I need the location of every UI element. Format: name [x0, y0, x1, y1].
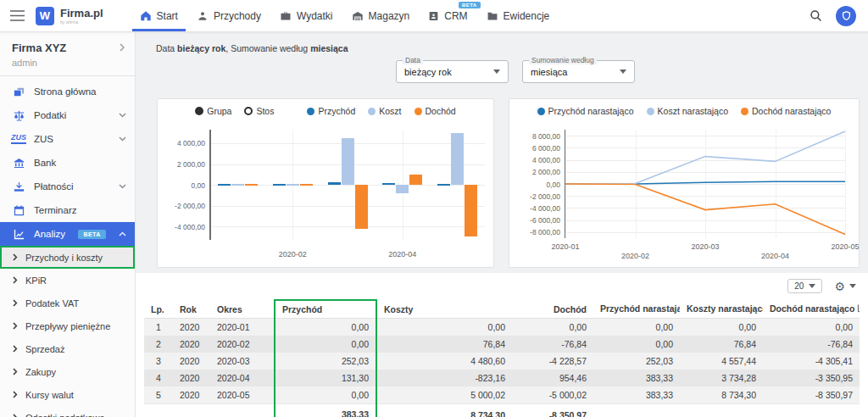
app-logo[interactable]: W Firma.pl by wfirma: [34, 0, 112, 31]
nav-item-crm[interactable]: CRM BETA: [419, 0, 476, 31]
table-settings-button[interactable]: ⚙: [834, 280, 856, 293]
table-controls: 20 ⚙: [787, 279, 856, 293]
table-row[interactable]: 520202020-050,005 000,02-5 000,02383,338…: [144, 386, 860, 404]
sidebar-item-zakupy[interactable]: Zakupy: [0, 360, 135, 383]
sidebar-item-przychody-i-koszty[interactable]: Przychody i koszty: [0, 246, 135, 269]
bar-koszt-2020-05[interactable]: [451, 133, 464, 185]
chevron-down-icon: [809, 284, 815, 288]
sidebar-item-bank[interactable]: Bank: [0, 151, 135, 175]
bar-koszt-2020-01[interactable]: [231, 184, 244, 186]
cell-okres: 2020-05: [210, 386, 275, 404]
sidebar-item-sprzeda[interactable]: Sprzedaż: [0, 337, 135, 360]
column-header-koszty-narastaj-co[interactable]: Koszty narastająco: [680, 300, 763, 319]
zus-logo-icon: ZUS: [11, 134, 26, 144]
sidebar-item-kursy-walut[interactable]: Kursy walut: [0, 383, 135, 406]
cell-lp: 2: [144, 336, 173, 353]
bar-doch-d-2020-04[interactable]: [409, 175, 422, 185]
page-size-select[interactable]: 20: [787, 279, 822, 293]
table-header-row: Lp.RokOkresPrzychódKosztyDochódPrzychód …: [144, 300, 860, 319]
cell-rok: 2020: [173, 386, 210, 404]
bar-doch-d-2020-03[interactable]: [355, 185, 368, 229]
cell-koszty: 4 480,60: [376, 353, 512, 370]
sidebar-item-terminarz[interactable]: Terminarz: [0, 198, 135, 222]
nav-item-magazyn[interactable]: Magazyn: [342, 0, 420, 31]
bar-przych-d-2020-04[interactable]: [382, 183, 395, 185]
column-header-okres[interactable]: Okres: [210, 300, 275, 319]
column-header-przych-d-narastaj-co[interactable]: Przychód narastająco: [593, 300, 680, 319]
shield-icon: [841, 10, 852, 21]
cell-rok: 2020: [173, 336, 210, 353]
cell-koszty: 0,00: [376, 319, 512, 336]
nav-item-ewidencje[interactable]: Ewidencje: [477, 0, 559, 31]
chart-column-icon[interactable]: [857, 304, 860, 314]
sidebar-item-odsetki-podatkowe[interactable]: Odsetki podatkowe: [0, 406, 135, 417]
table-row[interactable]: 420202020-04131,30-823,16954,46383,333 7…: [144, 370, 860, 386]
app-window: W Firma.pl by wfirma Start Przychody Wyd…: [0, 0, 868, 417]
bar-doch-d-2020-05[interactable]: [465, 185, 477, 236]
bar-koszt-2020-03[interactable]: [342, 138, 354, 185]
hamburger-menu-icon[interactable]: [0, 0, 34, 31]
bar-przych-d-2020-02[interactable]: [273, 184, 286, 186]
bar-koszt-2020-04[interactable]: [396, 185, 409, 193]
chart-icon: [11, 228, 26, 241]
sidebar-item-podatek-vat[interactable]: Podatek VAT: [0, 292, 135, 314]
column-header-koszty[interactable]: Koszty: [376, 300, 512, 319]
column-header-doch-d[interactable]: Dochód: [512, 300, 593, 319]
column-header-lp[interactable]: Lp.: [144, 300, 173, 319]
sidebar-item-przep-ywy-pieni-ne[interactable]: Przepływy pieniężne: [0, 314, 135, 337]
column-header-doch-d-narastaj-co[interactable]: Dochód narastająco: [763, 300, 860, 319]
nav-item-przychody[interactable]: Przychody: [187, 0, 270, 31]
bar-doch-d-2020-01[interactable]: [245, 184, 258, 186]
chevron-right-icon: [13, 299, 18, 307]
line-doch-d-narastaj-co[interactable]: [565, 184, 845, 234]
cell-koszty: 5 000,02: [376, 386, 512, 404]
grouping-select[interactable]: Sumowanie według miesiąca: [522, 60, 635, 83]
table-footer-row: 383,338 734,30-8 350,97: [144, 404, 860, 417]
footer-cell-doch-d-narastaj-co: [763, 404, 860, 417]
bar-przych-d-2020-03[interactable]: [328, 182, 341, 185]
company-switcher[interactable]: Firma XYZ admin: [0, 32, 135, 74]
table-row[interactable]: 320202020-03252,034 480,60-4 228,57252,0…: [144, 353, 860, 370]
user-avatar[interactable]: [836, 6, 856, 26]
footer-cell-okres: [210, 404, 275, 417]
line-koszt-narastaj-co[interactable]: [565, 131, 845, 184]
chevron-right-icon: [13, 368, 18, 375]
search-icon[interactable]: [810, 9, 822, 22]
date-range-value: bieżący rok: [404, 67, 452, 77]
sidebar-item-analizy[interactable]: Analizy BETA: [0, 222, 135, 246]
gear-icon: ⚙: [834, 280, 845, 293]
cell-przych-d-narastaj-co: 0,00: [593, 336, 680, 353]
nav-item-wydatki[interactable]: Wydatki: [270, 0, 342, 31]
chevron-right-icon: [13, 253, 18, 261]
cell-rok: 2020: [173, 319, 210, 336]
sidebar-item-zus[interactable]: ZUS ZUS: [0, 127, 135, 151]
scales-icon: [11, 109, 26, 122]
table-row[interactable]: 120202020-010,000,000,000,000,000,00: [144, 319, 860, 336]
nav-item-start[interactable]: Start: [131, 0, 187, 31]
bar-przych-d-2020-01[interactable]: [218, 184, 231, 186]
cell-lp: 3: [144, 353, 173, 370]
bar-koszt-2020-02[interactable]: [287, 184, 299, 186]
column-header-rok[interactable]: Rok: [173, 300, 210, 319]
bar-przych-d-2020-05[interactable]: [437, 184, 450, 186]
chevron-up-icon: [119, 231, 126, 236]
analizy-submenu: Przychody i kosztyKPiRPodatek VATPrzepły…: [0, 246, 135, 417]
chevron-down-icon: [493, 70, 500, 74]
analizy-beta-badge: BETA: [78, 230, 105, 239]
footer-cell-koszty: 8 734,30: [376, 404, 512, 417]
cell-przych-d-narastaj-co: 383,33: [593, 370, 680, 386]
bar-chart-plot: 4 000,002 000,000,00-2 000,00-4 000,0020…: [158, 99, 493, 267]
company-name: Firma XYZ: [12, 42, 66, 54]
filters: Data bieżący rok Sumowanie według miesią…: [396, 60, 635, 83]
table-row[interactable]: 220202020-020,0076,84-76,840,0076,84-76,…: [144, 336, 860, 353]
cell-przych-d-narastaj-co: 252,03: [593, 353, 680, 370]
sidebar-item-strona-glowna[interactable]: Strona główna: [0, 80, 135, 103]
sidebar-item-platnosci[interactable]: Płatności: [0, 175, 135, 198]
sidebar-item-kpir[interactable]: KPiR: [0, 269, 135, 292]
column-header-przych-d[interactable]: Przychód: [275, 300, 376, 319]
sidebar-item-podatki[interactable]: Podatki: [0, 103, 135, 127]
footer-cell-przych-d-narastaj-co: [593, 404, 680, 417]
chevron-right-icon: [13, 276, 18, 284]
date-range-select[interactable]: Data bieżący rok: [396, 60, 509, 83]
bar-doch-d-2020-02[interactable]: [300, 184, 313, 186]
